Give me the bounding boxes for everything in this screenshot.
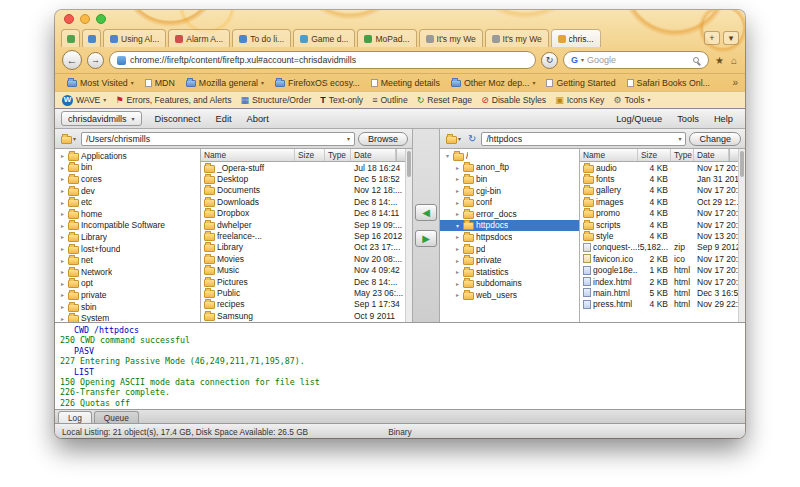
help-button[interactable]: Help — [708, 112, 739, 126]
file-row-pictures[interactable]: PicturesDec 8 14:... — [201, 276, 405, 287]
file-row-freelance[interactable]: freelance-...Sep 16 2012 — [201, 230, 405, 241]
wave-button-reset-page[interactable]: ↻Reset Page — [417, 95, 472, 105]
zoom-button[interactable] — [96, 14, 106, 24]
account-select[interactable]: chrisdavidmills ▾ — [61, 111, 142, 126]
bookmark-mozilla-general[interactable]: Mozilla general▾ — [181, 76, 269, 90]
disconnect-button[interactable]: Disconnect — [149, 112, 207, 126]
tree-item-cores[interactable]: ▸cores — [55, 173, 200, 185]
file-row-library[interactable]: LibraryOct 23 17:... — [201, 242, 405, 253]
new-tab-button[interactable]: + — [704, 31, 720, 45]
column-header-size[interactable]: Size — [295, 149, 325, 161]
tab-chris[interactable]: chris... — [551, 29, 601, 47]
tab-it-s-my-web[interactable]: It's my Web... — [419, 29, 483, 47]
file-row-images[interactable]: images4 KBOct 29 12:... — [580, 196, 738, 207]
column-picker-button[interactable] — [396, 149, 405, 161]
pinned-tab-2[interactable] — [82, 29, 101, 47]
remote-folder-menu-button[interactable]: ▾ — [444, 131, 463, 146]
download-button[interactable]: ◀ — [415, 204, 437, 221]
close-button[interactable] — [64, 14, 74, 24]
edit-button[interactable]: Edit — [210, 112, 238, 126]
bookmark-star-icon[interactable]: ★ — [714, 55, 725, 66]
file-row-conquest[interactable]: conquest-...25,182...zipSep 9 2012 — [580, 242, 738, 253]
change-button[interactable]: Change — [689, 132, 741, 146]
minimize-button[interactable] — [80, 14, 90, 24]
tree-item-root[interactable]: ▾/ — [440, 150, 579, 162]
bookmark-most-visited[interactable]: Most Visited▾ — [62, 76, 139, 90]
column-header-name[interactable]: Name — [580, 149, 638, 161]
local-folder-menu-button[interactable]: ▾ — [59, 131, 78, 146]
bookmark-other-moz-dep[interactable]: Other Moz dep...▾ — [446, 76, 541, 90]
file-row-fonts[interactable]: fonts4 KBJan 31 2013 — [580, 173, 738, 184]
log-queue-button[interactable]: Log/Queue — [610, 112, 668, 126]
wave-button-wave[interactable]: WWAVE▾ — [62, 95, 106, 106]
file-row-main-html[interactable]: main.html5 KBhtmlDec 3 16:54 — [580, 287, 738, 298]
tree-item-pd[interactable]: ▸pd — [440, 243, 579, 255]
abort-button[interactable]: Abort — [241, 112, 275, 126]
tree-item-opt[interactable]: ▸opt — [55, 278, 200, 290]
tab-alarm-a[interactable]: Alarm A... — [168, 29, 230, 47]
file-row-gallery[interactable]: gallery4 KBNov 17 20:... — [580, 185, 738, 196]
file-row-documents[interactable]: DocumentsNov 12 18:... — [201, 185, 405, 196]
url-bar[interactable]: chrome://fireftp/content/fireftp.xul#acc… — [109, 51, 536, 69]
tab-queue[interactable]: Queue — [94, 411, 139, 423]
tree-item-subdomains[interactable]: ▸subdomains — [440, 278, 579, 290]
remote-path-input[interactable]: /httpdocs ▾ — [481, 132, 686, 146]
tree-item-conf[interactable]: ▸conf — [440, 196, 579, 208]
tab-to-do-li[interactable]: To do li... — [232, 29, 291, 47]
file-row-samsung[interactable]: SamsungOct 9 2011 — [201, 310, 405, 321]
tab-log[interactable]: Log — [58, 411, 92, 423]
bookmark-safari-books-onl[interactable]: Safari Books Onl... — [622, 76, 715, 90]
bookmark-getting-started[interactable]: Getting Started — [541, 76, 620, 90]
file-row-music[interactable]: MusicNov 4 09:42 — [201, 265, 405, 276]
column-header-name[interactable]: Name — [201, 149, 295, 161]
upload-button[interactable]: ▶ — [415, 230, 437, 247]
browse-button[interactable]: Browse — [358, 132, 408, 146]
bookmarks-overflow-button[interactable]: » — [732, 77, 738, 88]
wave-button-outline[interactable]: ≡Outline — [372, 95, 408, 105]
wave-button-disable-styles[interactable]: ⊘Disable Styles — [481, 95, 546, 105]
bookmark-firefoxos-ecosy[interactable]: FirefoxOS ecosy... — [270, 76, 365, 90]
file-row-audio[interactable]: audio4 KBNov 17 20:... — [580, 162, 738, 173]
tab-it-s-my-web[interactable]: It's my Web... — [485, 29, 549, 47]
reload-button[interactable]: ↻ — [541, 52, 558, 69]
tree-item-incompatible-software[interactable]: ▸Incompatible Software — [55, 220, 200, 232]
column-header-date[interactable]: Date — [694, 149, 729, 161]
tree-item-bin[interactable]: ▸bin — [440, 173, 579, 185]
tree-item-statistics[interactable]: ▸statistics — [440, 266, 579, 278]
tree-item-sbin[interactable]: ▸sbin — [55, 301, 200, 313]
tree-item-private[interactable]: ▸private — [55, 289, 200, 301]
tree-item-home[interactable]: ▸home — [55, 208, 200, 220]
remote-scrollbar[interactable] — [738, 149, 745, 322]
file-row-opera-stuff[interactable]: _Opera-stuffJul 18 16:24 — [201, 162, 405, 173]
column-header-date[interactable]: Date — [351, 149, 396, 161]
wave-button-tools[interactable]: ⚙Tools▾ — [613, 95, 650, 105]
file-row-public[interactable]: PublicMay 23 06:... — [201, 287, 405, 298]
tree-item-httpsdocs[interactable]: ▸httpsdocs — [440, 231, 579, 243]
wave-button-structure-order[interactable]: ▦Structure/Order — [241, 95, 312, 105]
back-button[interactable]: ← — [62, 50, 82, 70]
wave-button-icons-key[interactable]: ▣Icons Key — [555, 95, 604, 105]
tree-item-error-docs[interactable]: ▸error_docs — [440, 208, 579, 220]
tab-list-button[interactable]: ▾ — [723, 31, 739, 45]
home-button[interactable]: ⌂ — [730, 55, 738, 66]
file-row-desktop[interactable]: DesktopDec 5 18:52 — [201, 173, 405, 184]
file-row-downloads[interactable]: DownloadsDec 8 14:... — [201, 196, 405, 207]
pinned-tab-1[interactable] — [61, 29, 80, 47]
local-scrollbar[interactable] — [405, 149, 412, 322]
tree-item-cgi-bin[interactable]: ▸cgi-bin — [440, 185, 579, 197]
file-row-dropbox[interactable]: DropboxDec 8 14:11 — [201, 208, 405, 219]
tree-item-private[interactable]: ▸private — [440, 254, 579, 266]
file-row-favicon-ico[interactable]: favicon.ico2 KBicoNov 17 20:... — [580, 253, 738, 264]
wave-button-errors-features-and-alerts[interactable]: ⚑Errors, Features, and Alerts — [115, 95, 231, 105]
tab-game-d[interactable]: Game d... — [293, 29, 355, 47]
column-picker-button[interactable] — [729, 149, 738, 161]
search-input[interactable]: Google — [587, 55, 690, 65]
tree-item-httpdocs[interactable]: ▾httpdocs — [440, 220, 579, 232]
tree-item-library[interactable]: ▸Library — [55, 231, 200, 243]
file-row-press-html[interactable]: press.html4 KBhtmlNov 29 22:... — [580, 299, 738, 310]
tree-item-dev[interactable]: ▸dev — [55, 185, 200, 197]
tree-item-system[interactable]: ▸System — [55, 312, 200, 322]
wave-button-text-only[interactable]: TText-only — [320, 95, 363, 105]
tree-item-web-users[interactable]: ▸web_users — [440, 289, 579, 301]
file-row-recipes[interactable]: recipesSep 1 17:34 — [201, 299, 405, 310]
